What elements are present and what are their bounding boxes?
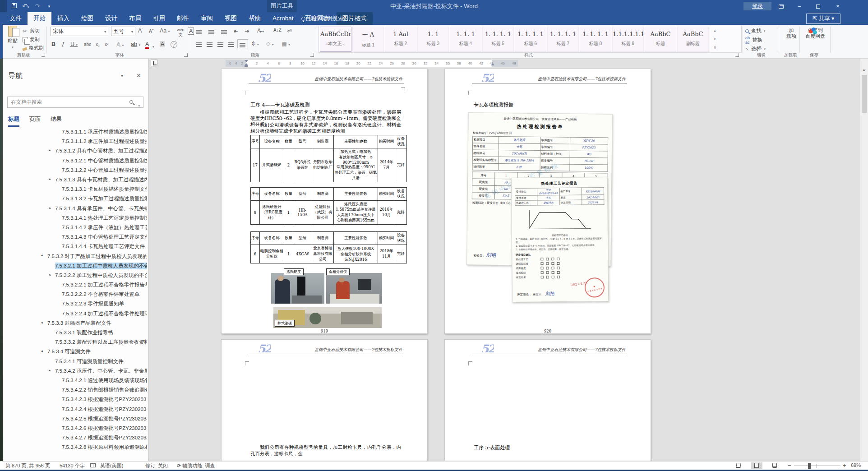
sort-button[interactable]: A↓Z [273,28,282,32]
close-button[interactable]: × [829,0,846,12]
nav-heading-item[interactable]: 7.5.3.4.2.4 根据追溯批号PZY230203-01... [3,404,148,414]
ribbon-tab-绘图[interactable]: 绘图 [75,12,99,25]
print-layout-button[interactable] [751,462,762,469]
nav-heading-item[interactable]: ▼7.5.3.4.2 承压件、中心管、卡瓦、非金属密... [3,366,148,376]
collapse-triangle-icon[interactable]: ▼ [48,177,52,182]
nav-heading-item[interactable]: 7.5.3.4.2.7 根据追溯批号PZY230203-01... [3,433,148,443]
align-center-button[interactable] [205,39,216,48]
save-to-baidu-button[interactable]: 保存到百度网盘 [802,28,828,39]
ribbon-tab-设计[interactable]: 设计 [99,12,123,25]
nav-heading-item[interactable]: ▼7.5.3.1.4 具有承压件、中心管、卡瓦关键组... [3,204,148,213]
undo-icon[interactable]: ↶▾ [20,3,32,9]
collapse-triangle-icon[interactable]: ▼ [48,206,52,210]
accessibility-indicator[interactable]: ⟳ 辅助功能: 调查 [177,462,215,469]
nav-heading-item[interactable]: 7.5.3.4.2.8 根据原材料领用单追溯原材料... [3,443,148,452]
superscript-button[interactable]: x² [105,42,108,47]
italic-button[interactable]: I [61,41,64,48]
page-indicator[interactable]: 第 870 页, 共 956 页 [5,462,50,469]
search-icon[interactable] [129,100,133,104]
shrink-font-button[interactable]: Aˇ [149,28,154,34]
nav-heading-item[interactable]: 7.5.3.4.1 可追溯质量控制文件 [3,357,148,366]
nav-chevron-down-icon[interactable]: ▾ [121,73,123,78]
track-changes-indicator[interactable]: 修订: 关闭 [145,462,168,469]
style-card-↓本文正...[interactable]: AaBbCcDdE↓本文正... [320,27,351,52]
nav-heading-item[interactable]: 7.5.3.1.1.2 承压件加工过程描述质量控制... [3,137,148,146]
nav-heading-item[interactable]: 7.5.3.1.4.4 卡瓦热处理工艺评定文件 [3,242,148,251]
enclose-characters-button[interactable]: 字 [171,41,177,48]
underline-button[interactable]: U ▾ [70,41,78,47]
highlight-color-button[interactable]: a͟b̲ ▾ [131,41,140,47]
ribbon-tab-视图[interactable]: 视图 [219,12,243,25]
paste-button[interactable]: 粘贴▾ [5,26,21,50]
nav-tab-结果[interactable]: 结果 [51,115,62,127]
format-painter-button[interactable]: 格式刷 [23,44,44,52]
collapse-triangle-icon[interactable]: ▼ [48,272,52,277]
language-indicator[interactable]: 英语(美国) [100,462,123,469]
ribbon-tab-Acrobat[interactable]: Acrobat [267,12,300,25]
ribbon-tab-布局[interactable]: 布局 [123,12,147,25]
subscript-button[interactable]: x₂ [96,42,100,47]
nav-heading-item[interactable]: 7.5.3.4.2.2 销售部根据销售台账追溯合同... [3,385,148,395]
style-gallery-more-button[interactable]: ▴▾⊽ [710,27,720,52]
show-hide-marks-button[interactable]: ⏎ [287,28,291,34]
document-page-920[interactable]: 52 盘锦中亚石油技术有限公司——7包技术投标文件 卡瓦各项检测报告 盘锦中亚石… [444,69,651,334]
save-icon[interactable] [8,3,20,9]
share-button[interactable]: ⇱ 共享 ▾ [806,14,840,24]
find-button[interactable]: 查找▾ [745,27,766,35]
nav-heading-item[interactable]: 7.5.3.3.2 装配过程以及工序质量验收资料 [3,337,148,347]
nav-tab-页面[interactable]: 页面 [29,115,41,127]
nav-heading-item[interactable]: 7.5.3.2.2.3 零件报废通知单 [3,299,148,309]
strikethrough-button[interactable]: abc [84,42,91,47]
ribbon-tab-文件[interactable]: 文件 [4,12,28,25]
web-layout-button[interactable] [769,462,780,469]
zoom-out-button[interactable]: − [788,462,791,469]
decrease-indent-button[interactable]: ⇤ [234,28,238,34]
scrollbar-thumb[interactable] [862,75,867,113]
minimize-button[interactable]: – [791,0,808,12]
nav-heading-item[interactable]: 7.5.3.1.4.1 热处理工艺评定质量控制文件 [3,213,148,223]
tell-me-search[interactable]: 操作说明搜索 [301,12,344,25]
nav-heading-item[interactable]: ▼7.5.3.1.3 具有卡瓦材质、加工过程描述内容 [3,175,148,185]
nav-heading-item[interactable]: 7.5.3.3.1 装配作业指导书 [3,328,148,337]
nav-heading-item[interactable]: 7.5.3.1.4.2 承压件（液缸）热处理工艺评... [3,223,148,232]
nav-heading-item[interactable]: ▼7.5.3.4 可追溯文件 [3,347,148,356]
nav-heading-item[interactable]: 7.5.3.4.2.1 通过使用现场反馈或现场售后... [3,376,148,385]
ribbon-tab-插入[interactable]: 插入 [51,12,75,25]
font-dialog-launcher[interactable] [184,53,188,57]
nav-heading-item[interactable]: 7.5.3.1.3.1 卡瓦材质描述质量控制文件及... [3,185,148,194]
read-mode-button[interactable] [733,462,744,469]
style-card-标题 2[interactable]: 1 Aal标题 2 [385,27,416,52]
ribbon-display-options-button[interactable] [772,0,790,12]
nav-heading-item[interactable]: 7.5.3.4.2.6 根据追溯批号PZY230203-01... [3,424,148,433]
zoom-slider-thumb[interactable] [808,463,811,469]
nav-heading-item[interactable]: ▼7.5.3.2.2 加工过程中质检人员发现的不合格... [3,271,148,280]
clipboard-dialog-launcher[interactable] [42,53,45,57]
style-card-副标题[interactable]: AaBbC副标题 [677,27,709,52]
document-page-partial-left[interactable]: 52 盘锦中亚石油技术有限公司——7包技术投标文件 我们公司有各种规格型号的量具… [221,339,428,461]
paragraph-dialog-launcher[interactable] [310,53,314,57]
increase-indent-button[interactable]: ⇥ [245,28,249,34]
nav-heading-item[interactable]: 7.5.3.2.2.2 不合格零件评审处置单 [3,290,148,299]
font-color-caret[interactable]: ▾ [152,43,154,49]
style-card-标题 6[interactable]: 1. 1. 1. 1标题 6 [515,27,546,52]
justify-button[interactable] [226,39,237,48]
proofing-status-icon[interactable] [90,463,96,467]
nav-heading-item[interactable]: 7.5.3.1.4.3 中心管热处理工艺评定文件 [3,232,148,242]
sign-in-button[interactable]: 登录 [743,2,771,10]
asian-layout-button[interactable]: A̶ ▾ [257,28,264,34]
nav-close-icon[interactable]: ✕ [136,72,141,79]
style-card-标题 5[interactable]: 1. 1. 1. 1标题 5 [482,27,514,52]
word-count[interactable]: 54130 个字 [60,462,85,469]
cut-button[interactable]: 剪切 [23,27,40,35]
collapse-triangle-icon[interactable]: ▼ [40,254,45,258]
multilevel-list-button[interactable] [219,27,230,36]
redo-icon[interactable]: ↷ [32,3,43,9]
style-card-标题[interactable]: AaBbC标题 [645,27,676,52]
nav-heading-item[interactable]: 7.5.3.1.3.2 卡瓦加工过程描述质量控制文... [3,194,148,203]
vertical-scrollbar[interactable]: ▲ [860,59,868,461]
restore-button[interactable] [809,0,826,12]
grow-font-button[interactable]: Aˆ [138,28,143,34]
document-page-partial-right[interactable]: 52 盘锦中亚石油技术有限公司——7包技术投标文件 工序 5-表面处理 [444,339,651,461]
nav-heading-item[interactable]: ▼7.5.3.2 对于产品加工过程中质检人员发现的不... [3,251,148,261]
nav-heading-item[interactable]: 7.5.3.2.2.1 加工过程不合格零件报告单 [3,280,148,290]
